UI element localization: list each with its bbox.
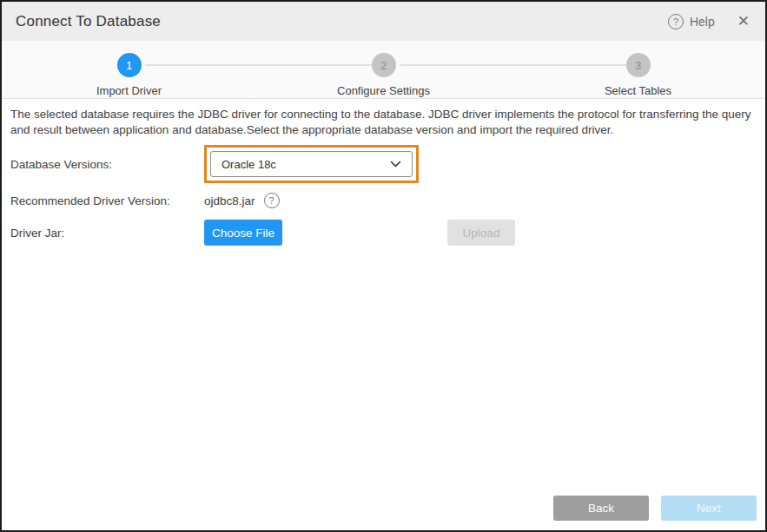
- wizard-stepper: 1 Import Driver 2 Configure Settings 3 S…: [2, 41, 765, 99]
- database-versions-select[interactable]: Oracle 18c: [210, 151, 413, 177]
- footer: Back Next: [2, 496, 765, 530]
- database-versions-highlight: Oracle 18c: [204, 145, 419, 183]
- step-1-label: Import Driver: [96, 84, 162, 97]
- upload-button[interactable]: Upload: [447, 220, 515, 246]
- step-select-tables[interactable]: 3 Select Tables: [511, 41, 765, 98]
- chevron-down-icon: [390, 161, 401, 168]
- help-label: Help: [690, 15, 715, 29]
- choose-file-button[interactable]: Choose File: [204, 220, 282, 246]
- step-3-label: Select Tables: [605, 84, 671, 97]
- database-versions-row: Database Versions: Oracle 18c: [10, 145, 757, 183]
- help-button[interactable]: ? Help: [668, 14, 715, 30]
- content-area: The selected database requires the JDBC …: [2, 99, 765, 496]
- page-title: Connect To Database: [16, 13, 161, 30]
- driver-jar-label: Driver Jar:: [10, 227, 204, 240]
- connect-to-database-dialog: Connect To Database ? Help ✕ 1 Import Dr…: [0, 0, 767, 532]
- step-2-label: Configure Settings: [337, 84, 430, 97]
- driver-help-icon[interactable]: ?: [264, 193, 280, 208]
- recommended-driver-row: Recommended Driver Version: ojdbc8.jar ?: [10, 193, 757, 208]
- close-icon[interactable]: ✕: [737, 14, 750, 29]
- back-button[interactable]: Back: [553, 496, 649, 521]
- recommended-driver-label: Recommended Driver Version:: [10, 194, 204, 207]
- jdbc-description-text: The selected database requires the JDBC …: [10, 107, 757, 138]
- help-icon: ?: [668, 14, 684, 30]
- step-2-circle: 2: [372, 53, 396, 77]
- step-configure-settings[interactable]: 2 Configure Settings: [256, 41, 511, 98]
- step-3-circle: 3: [626, 53, 651, 77]
- database-versions-label: Database Versions:: [10, 158, 204, 171]
- driver-jar-row: Driver Jar: Choose File Upload: [10, 220, 757, 246]
- titlebar: Connect To Database ? Help ✕: [2, 2, 765, 41]
- recommended-driver-value: ojdbc8.jar: [204, 194, 255, 207]
- step-import-driver[interactable]: 1 Import Driver: [2, 41, 256, 98]
- next-button[interactable]: Next: [661, 496, 757, 521]
- database-versions-selected-value: Oracle 18c: [222, 158, 390, 171]
- step-1-circle: 1: [117, 53, 142, 77]
